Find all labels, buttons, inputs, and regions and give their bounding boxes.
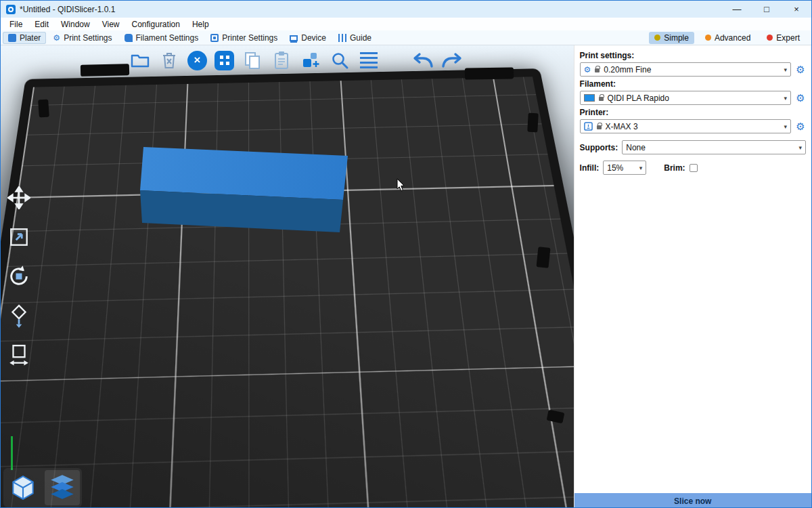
arrange-grid-icon <box>220 56 229 65</box>
tab-device[interactable]: Device <box>284 32 332 44</box>
lock-icon <box>599 97 604 101</box>
filament-settings-icon <box>125 34 133 42</box>
guide-icon <box>338 34 346 42</box>
bed-clip <box>527 113 538 133</box>
tab-label: Filament Settings <box>136 33 199 43</box>
printer-gear-button[interactable]: ⚙ <box>795 121 806 131</box>
brim-checkbox[interactable] <box>690 164 698 172</box>
view-switch-panel <box>3 468 82 507</box>
move-icon <box>7 186 30 209</box>
add-instance-button[interactable] <box>300 49 321 71</box>
supports-label: Supports: <box>580 143 618 152</box>
copy-icon <box>244 51 261 70</box>
tab-label: Printer Settings <box>222 33 277 43</box>
print-settings-icon: ⚙ <box>53 34 60 42</box>
menu-help[interactable]: Help <box>186 20 215 29</box>
trash-icon <box>161 51 177 70</box>
filament-color-swatch <box>584 94 595 102</box>
bed-clip <box>465 67 514 79</box>
layers-stack-icon <box>47 473 78 502</box>
mode-expert[interactable]: Expert <box>761 32 805 44</box>
tab-printer-settings[interactable]: Printer Settings <box>205 32 283 44</box>
mode-simple[interactable]: Simple <box>649 32 694 44</box>
viewport-toolbar: × <box>129 49 463 71</box>
filament-label: Filament: <box>580 79 806 89</box>
infill-combo[interactable]: 15% ▾ <box>603 161 646 175</box>
mode-label: Simple <box>664 33 689 43</box>
tab-guide[interactable]: Guide <box>333 32 377 44</box>
print-settings-value: 0.20mm Fine <box>604 65 651 75</box>
arrange-button[interactable] <box>215 51 234 70</box>
layers-view-button[interactable] <box>45 470 80 505</box>
scale-gizmo-button[interactable] <box>6 224 32 250</box>
bed-clip <box>38 100 49 118</box>
delete-all-button[interactable]: × <box>187 51 207 70</box>
redo-icon <box>442 51 462 69</box>
menu-bar: File Edit Window View Configuration Help <box>1 18 811 30</box>
device-icon <box>290 35 298 41</box>
chevron-down-icon: ▾ <box>639 165 643 171</box>
undo-button[interactable] <box>412 49 434 71</box>
print-settings-label: Print settings: <box>580 51 806 60</box>
mode-switch: Simple Advanced Expert <box>649 32 809 44</box>
place-on-face-gizmo-button[interactable] <box>6 303 32 329</box>
tab-plater[interactable]: Plater <box>3 32 46 44</box>
lock-icon <box>597 125 602 129</box>
brim-label: Brim: <box>664 163 685 173</box>
iso-view-button[interactable] <box>5 470 41 505</box>
settings-sidebar: Print settings: ⚙ 0.20mm Fine ▾ ⚙ Filame… <box>574 45 811 508</box>
chevron-down-icon: ▾ <box>784 123 787 130</box>
app-logo-icon <box>6 5 16 14</box>
tab-filament-settings[interactable]: Filament Settings <box>119 32 204 44</box>
delete-button[interactable] <box>158 49 180 71</box>
window-title: *Untitled - QIDISlicer-1.0.1 <box>20 5 115 14</box>
mode-advanced[interactable]: Advanced <box>700 32 756 44</box>
search-icon <box>330 51 349 70</box>
printer-combo[interactable]: X-MAX 3 ▾ <box>580 119 791 133</box>
viewport-3d[interactable]: × <box>1 45 574 508</box>
print-settings-gear-button[interactable]: ⚙ <box>795 64 806 75</box>
paste-button[interactable] <box>271 49 292 71</box>
mouse-cursor <box>397 178 407 197</box>
gizmo-toolbar <box>6 185 32 368</box>
supports-combo[interactable]: None ▾ <box>622 140 806 154</box>
printer-icon <box>584 122 593 131</box>
rotate-gizmo-button[interactable] <box>6 263 32 289</box>
filament-gear-button[interactable]: ⚙ <box>795 93 806 103</box>
open-file-button[interactable] <box>129 49 151 71</box>
search-button[interactable] <box>329 49 351 71</box>
menu-window[interactable]: Window <box>55 20 96 29</box>
close-button[interactable]: × <box>782 1 811 18</box>
rotate-icon <box>7 264 31 289</box>
gear-icon: ⚙ <box>584 66 591 74</box>
layer-height-button[interactable] <box>358 49 380 71</box>
slice-now-button[interactable]: Slice now <box>574 493 811 508</box>
copy-button[interactable] <box>242 49 263 71</box>
minimize-button[interactable]: — <box>722 1 752 18</box>
menu-view[interactable]: View <box>96 20 126 29</box>
cursor-arrow-icon <box>397 178 407 194</box>
open-folder-icon <box>130 51 150 69</box>
bed-clip <box>536 247 550 268</box>
build-plate-grid <box>1 77 574 508</box>
menu-configuration[interactable]: Configuration <box>126 20 186 29</box>
print-settings-combo[interactable]: ⚙ 0.20mm Fine ▾ <box>580 62 791 77</box>
maximize-button[interactable]: □ <box>752 1 782 18</box>
tab-label: Print Settings <box>64 33 112 43</box>
mode-label: Advanced <box>715 33 750 43</box>
measure-gizmo-button[interactable] <box>6 342 32 368</box>
delete-all-x-icon: × <box>194 54 201 67</box>
menu-edit[interactable]: Edit <box>28 20 55 29</box>
scale-icon <box>7 226 30 249</box>
tab-print-settings[interactable]: ⚙ Print Settings <box>47 32 117 44</box>
title-bar: *Untitled - QIDISlicer-1.0.1 — □ × <box>1 1 811 18</box>
place-on-face-icon <box>7 303 30 328</box>
infill-label: Infill: <box>580 163 600 173</box>
model-object[interactable] <box>136 144 353 238</box>
move-gizmo-button[interactable] <box>6 185 32 211</box>
simple-mode-dot-icon <box>654 35 660 41</box>
redo-button[interactable] <box>441 49 463 71</box>
filament-combo[interactable]: QIDI PLA Rapido ▾ <box>580 91 791 105</box>
menu-file[interactable]: File <box>3 20 28 29</box>
advanced-mode-dot-icon <box>705 35 711 41</box>
